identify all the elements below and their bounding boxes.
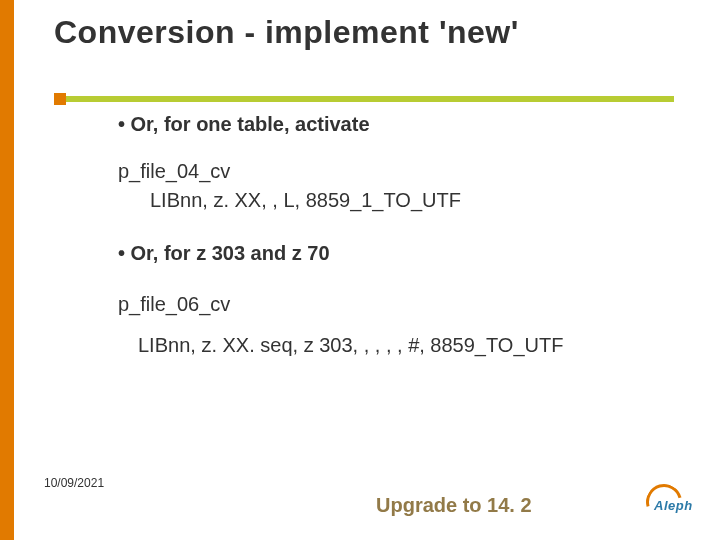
slide: Conversion - implement 'new' • Or, for o… (0, 0, 720, 540)
left-accent-bar (0, 0, 14, 540)
bullet-1: • Or, for one table, activate (118, 112, 678, 137)
code-line-2: LIBnn, z. XX, , L, 8859_1_TO_UTF (150, 188, 678, 213)
slide-body: • Or, for one table, activate p_file_04_… (118, 112, 678, 358)
underline-square (54, 93, 66, 105)
code-line-3: p_file_06_cv (118, 292, 678, 317)
slide-date: 10/09/2021 (44, 476, 104, 490)
code-line-1: p_file_04_cv (118, 159, 678, 184)
logo-text: Aleph (654, 498, 693, 513)
aleph-logo: Aleph (644, 482, 698, 522)
title-underline (54, 93, 674, 105)
underline-bar (54, 96, 674, 102)
slide-title: Conversion - implement 'new' (54, 14, 664, 51)
footer-text: Upgrade to 14. 2 (376, 494, 532, 517)
code-line-4: LIBnn, z. XX. seq, z 303, , , , , #, 885… (138, 333, 678, 358)
bullet-2: • Or, for z 303 and z 70 (118, 241, 678, 266)
